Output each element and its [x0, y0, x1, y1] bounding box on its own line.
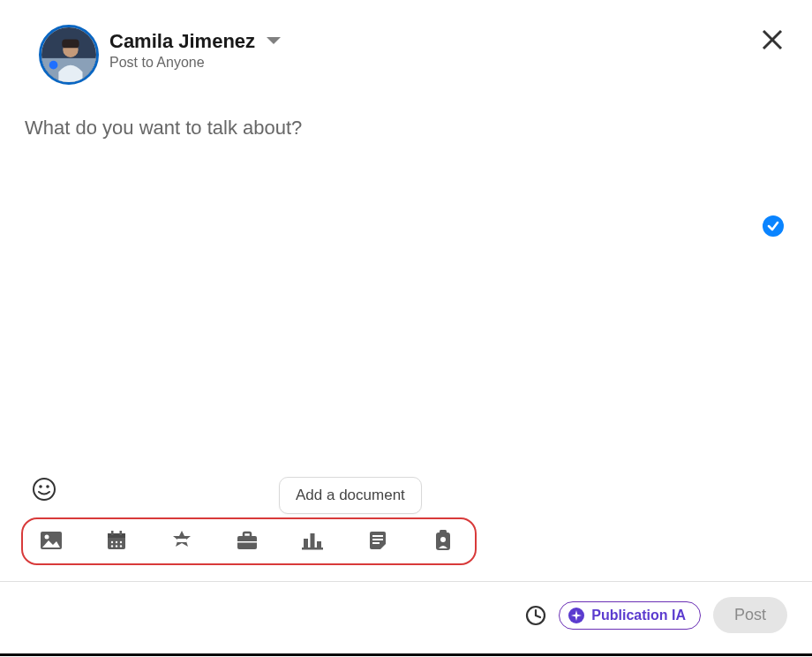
svg-point-7: [34, 479, 55, 500]
svg-rect-25: [244, 532, 251, 537]
user-name: Camila Jimenez: [109, 30, 255, 53]
svg-rect-14: [111, 531, 114, 535]
bottom-divider: [0, 653, 812, 656]
svg-point-4: [49, 61, 58, 70]
svg-point-21: [120, 545, 122, 547]
job-icon: [236, 530, 259, 551]
svg-rect-26: [237, 541, 257, 543]
emoji-button[interactable]: [32, 477, 56, 505]
svg-rect-3: [62, 40, 79, 49]
svg-rect-34: [372, 542, 380, 544]
svg-rect-32: [372, 535, 383, 537]
svg-point-37: [440, 537, 446, 542]
avatar[interactable]: [39, 25, 99, 85]
name-row[interactable]: Camila Jimenez: [109, 30, 282, 53]
svg-point-17: [116, 541, 117, 543]
avatar-image: [41, 27, 96, 82]
svg-point-11: [45, 535, 49, 540]
svg-rect-23: [177, 539, 186, 542]
compose-header: Camila Jimenez Post to Anyone: [0, 0, 812, 85]
compose-area[interactable]: What do you want to talk about?: [0, 85, 812, 140]
svg-rect-13: [108, 533, 125, 538]
close-icon: [761, 28, 784, 51]
chevron-down-icon[interactable]: [266, 36, 282, 47]
hiring-icon: [433, 529, 453, 552]
svg-point-9: [46, 485, 49, 488]
post-button[interactable]: Post: [713, 597, 787, 633]
svg-point-8: [39, 485, 42, 488]
svg-rect-27: [304, 539, 308, 548]
svg-point-19: [111, 545, 113, 547]
toolbar-highlight: [21, 517, 477, 565]
header-text: Camila Jimenez Post to Anyone: [109, 25, 282, 71]
tooltip-add-document: Add a document: [279, 477, 422, 514]
job-button[interactable]: [235, 528, 259, 553]
emoji-icon: [32, 477, 56, 502]
audience-label[interactable]: Post to Anyone: [109, 55, 282, 71]
poll-icon: [301, 530, 324, 551]
hiring-button[interactable]: [431, 528, 455, 553]
document-icon: [368, 530, 387, 551]
schedule-button[interactable]: [525, 605, 546, 626]
photo-button[interactable]: [39, 528, 64, 553]
svg-rect-36: [440, 530, 447, 534]
svg-rect-28: [311, 533, 315, 548]
celebrate-button[interactable]: [169, 528, 194, 553]
svg-rect-33: [372, 539, 383, 540]
publication-ia-label: Publication IA: [591, 608, 686, 623]
publication-ia-button[interactable]: Publication IA: [559, 601, 701, 630]
celebrate-icon: [169, 528, 194, 553]
verified-check-icon: [767, 220, 779, 232]
clock-icon: [525, 605, 546, 626]
verified-badge[interactable]: [763, 215, 784, 237]
svg-rect-30: [302, 548, 323, 550]
document-button[interactable]: [365, 528, 390, 553]
calendar-button[interactable]: [104, 528, 129, 553]
svg-point-16: [111, 541, 113, 543]
svg-rect-15: [120, 531, 123, 535]
poll-button[interactable]: [300, 528, 325, 553]
compose-placeholder: What do you want to talk about?: [25, 117, 787, 140]
photo-icon: [40, 531, 63, 550]
svg-rect-29: [317, 541, 321, 548]
sparkle-icon: [568, 608, 584, 623]
svg-line-40: [536, 615, 540, 617]
svg-point-20: [116, 545, 117, 547]
close-button[interactable]: [757, 25, 787, 58]
svg-point-18: [120, 541, 122, 543]
calendar-icon: [106, 530, 127, 551]
compose-footer: Publication IA Post: [0, 581, 812, 648]
